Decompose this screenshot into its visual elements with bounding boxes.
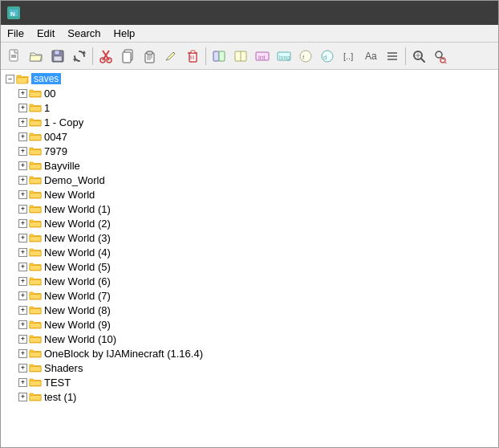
expand-btn[interactable]: +: [18, 277, 27, 286]
tree-row-saves[interactable]: − saves: [2, 71, 497, 86]
tree-row[interactable]: + 00: [2, 86, 497, 100]
expand-btn[interactable]: +: [18, 248, 27, 257]
tree-item-label: 0047: [44, 131, 67, 143]
expand-btn[interactable]: +: [18, 349, 27, 358]
tree-row[interactable]: + test (1): [2, 389, 497, 404]
expand-btn[interactable]: +: [18, 335, 27, 344]
tree-item-label: New World (9): [44, 319, 111, 331]
expand-btn[interactable]: +: [18, 364, 27, 373]
tree-row[interactable]: + Bayville: [2, 158, 497, 173]
tree-row[interactable]: + New World (4): [2, 245, 497, 259]
tree-row[interactable]: + New World (1): [2, 202, 497, 216]
expand-btn[interactable]: +: [18, 190, 27, 199]
nbt-int-button[interactable]: int: [252, 46, 273, 67]
tree-item-label: TEST: [44, 377, 71, 389]
nbt-short-button[interactable]: [230, 46, 251, 67]
tree-row[interactable]: + New World (8): [2, 303, 497, 317]
nbt-string-button[interactable]: Aa: [360, 46, 381, 67]
nbt-float-button[interactable]: f: [295, 46, 316, 67]
tree-item-label: OneBlock by IJAMinecraft (1.16.4): [44, 348, 203, 360]
tree-item-label: New World: [44, 189, 95, 201]
nbt-byte-button[interactable]: [209, 46, 229, 67]
expand-btn[interactable]: +: [18, 393, 27, 401]
minimize-button[interactable]: [423, 4, 445, 22]
tree-row[interactable]: + TEST: [2, 375, 497, 389]
menu-help[interactable]: Help: [108, 25, 142, 42]
separator-2: [205, 47, 206, 65]
menu-search[interactable]: Search: [61, 25, 107, 42]
tree-children: + 00+ 1+ 1 - Copy+ 0047+ 7979+ Bayville+…: [2, 86, 497, 404]
svg-text:d: d: [323, 54, 327, 61]
content-area[interactable]: − saves + 00+ 1+ 1 - Copy+ 0047+ 7979+ B…: [1, 70, 498, 447]
find-button[interactable]: [408, 46, 429, 67]
tree-row[interactable]: + New World (7): [2, 288, 497, 303]
expand-btn[interactable]: +: [18, 104, 27, 112]
maximize-button[interactable]: [446, 4, 469, 22]
expand-btn[interactable]: +: [18, 118, 27, 127]
nbt-long-button[interactable]: long: [274, 46, 294, 67]
expand-btn[interactable]: +: [18, 176, 27, 185]
app-icon: N: [7, 6, 20, 19]
tree-item-label: New World (5): [44, 261, 111, 273]
expand-btn[interactable]: +: [18, 219, 27, 228]
tree-item-label: New World (10): [44, 333, 116, 345]
tree-item-label: New World (2): [44, 218, 111, 230]
tree-row[interactable]: + New World (6): [2, 274, 497, 288]
open-button[interactable]: [26, 46, 47, 67]
tree-item-label: New World (3): [44, 232, 111, 244]
tree-row[interactable]: + 0047: [2, 129, 497, 144]
expand-btn[interactable]: +: [18, 205, 27, 214]
nbt-double-button[interactable]: d: [317, 46, 338, 67]
tree-row[interactable]: + 1 - Copy: [2, 115, 497, 129]
tree-item-label: 00: [44, 88, 55, 100]
menu-file[interactable]: File: [1, 25, 30, 42]
main-window: N File Edit Search Help: [0, 0, 499, 448]
expand-saves[interactable]: −: [6, 75, 14, 83]
expand-btn[interactable]: +: [18, 147, 27, 156]
tree-row[interactable]: + 7979: [2, 144, 497, 158]
edit-button[interactable]: [160, 46, 181, 67]
tree-row[interactable]: + 1: [2, 100, 497, 115]
tree-item-label: 1 - Copy: [44, 116, 83, 128]
tree-row[interactable]: + New World (5): [2, 259, 497, 274]
nbt-array-button[interactable]: [..]: [339, 46, 359, 67]
delete-button[interactable]: [182, 46, 203, 67]
tree-row[interactable]: + New World (3): [2, 230, 497, 245]
window-controls: [423, 4, 492, 22]
tree-row[interactable]: + Demo_World: [2, 173, 497, 187]
tree-row[interactable]: + New World (9): [2, 317, 497, 332]
copy-button[interactable]: [117, 46, 138, 67]
svg-point-48: [436, 51, 442, 58]
expand-btn[interactable]: +: [18, 161, 27, 170]
svg-rect-15: [123, 52, 131, 63]
tree-item-label: New World (4): [44, 246, 111, 259]
svg-rect-27: [213, 51, 219, 61]
expand-btn[interactable]: +: [18, 234, 27, 242]
tree-row[interactable]: + New World (10): [2, 332, 497, 346]
save-button[interactable]: [47, 46, 68, 67]
svg-text:N: N: [10, 10, 15, 18]
cut-button[interactable]: [95, 46, 116, 67]
tree-row[interactable]: + Shaders: [2, 360, 497, 375]
new-button[interactable]: [4, 46, 25, 67]
menu-edit[interactable]: Edit: [30, 25, 61, 42]
title-bar: N: [1, 1, 498, 25]
close-button[interactable]: [469, 4, 492, 22]
expand-btn[interactable]: +: [18, 263, 27, 271]
tree-row[interactable]: + New World: [2, 187, 497, 202]
tree-row[interactable]: + New World (2): [2, 216, 497, 230]
find-replace-button[interactable]: [430, 46, 451, 67]
expand-btn[interactable]: +: [18, 306, 27, 315]
expand-btn[interactable]: +: [18, 89, 27, 98]
expand-btn[interactable]: +: [18, 378, 27, 387]
svg-line-45: [421, 59, 424, 62]
paste-button[interactable]: [139, 46, 160, 67]
expand-btn[interactable]: +: [18, 320, 27, 329]
expand-btn[interactable]: +: [18, 291, 27, 300]
svg-text:int: int: [258, 54, 266, 61]
tree-row[interactable]: + OneBlock by IJAMinecraft (1.16.4): [2, 346, 497, 360]
refresh-button[interactable]: [69, 46, 90, 67]
svg-rect-6: [55, 51, 59, 55]
nbt-list-button[interactable]: [382, 46, 403, 67]
expand-btn[interactable]: +: [18, 132, 27, 141]
